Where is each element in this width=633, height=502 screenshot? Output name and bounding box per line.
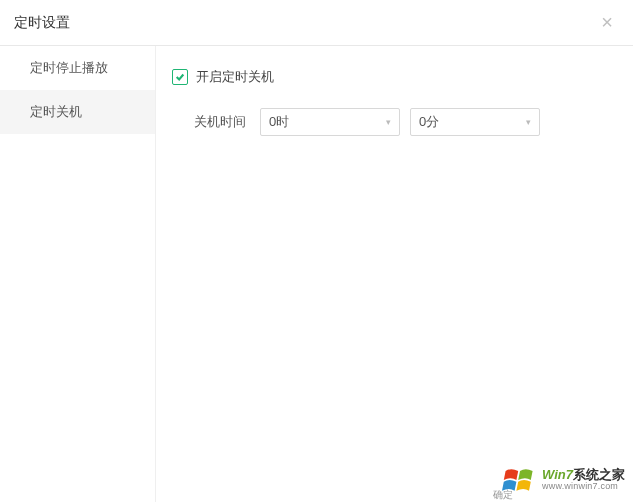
enable-checkbox[interactable] [172,69,188,85]
content-panel: 开启定时关机 关机时间 0时 ▾ 0分 ▾ [155,46,633,502]
enable-row: 开启定时关机 [172,68,617,86]
chevron-down-icon: ▾ [526,117,531,127]
sidebar-item-label: 定时关机 [30,103,82,121]
time-row: 关机时间 0时 ▾ 0分 ▾ [172,108,617,136]
hour-select[interactable]: 0时 ▾ [260,108,400,136]
sidebar-item-stop-playback[interactable]: 定时停止播放 [0,46,155,90]
sidebar-item-label: 定时停止播放 [30,59,108,77]
close-button[interactable]: × [595,11,619,35]
sidebar: 定时停止播放 定时关机 [0,46,155,502]
enable-label: 开启定时关机 [196,68,274,86]
dialog-title: 定时设置 [14,14,70,32]
chevron-down-icon: ▾ [386,117,391,127]
footer-right-text: 确定 [493,488,513,502]
time-label: 关机时间 [194,113,246,131]
sidebar-item-shutdown[interactable]: 定时关机 [0,90,155,134]
check-icon [175,72,185,82]
dialog-body: 定时停止播放 定时关机 开启定时关机 关机时间 0时 ▾ 0分 ▾ [0,46,633,502]
minute-select[interactable]: 0分 ▾ [410,108,540,136]
close-icon: × [601,11,613,34]
dialog-header: 定时设置 × [0,0,633,46]
hour-value: 0时 [269,113,289,131]
minute-value: 0分 [419,113,439,131]
